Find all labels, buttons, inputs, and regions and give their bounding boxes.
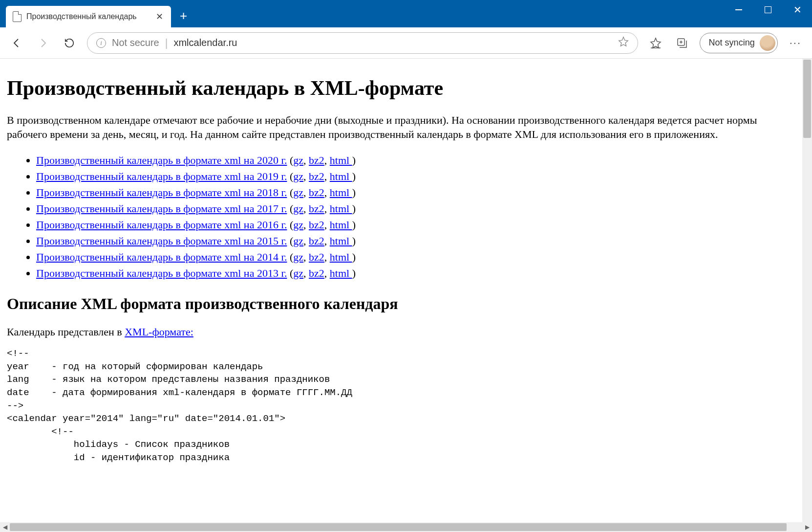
bz2-link-2018[interactable]: bz2 <box>309 186 324 199</box>
gz-link-2020[interactable]: gz <box>293 154 303 166</box>
download-list: Производственный календарь в формате xml… <box>7 152 795 281</box>
html-link-2019[interactable]: html <box>330 170 352 182</box>
close-tab-icon[interactable]: ✕ <box>155 10 164 23</box>
gz-link-2018[interactable]: gz <box>293 186 303 199</box>
html-link-2015[interactable]: html <box>330 235 352 247</box>
code-block: <!-- year - год на который сформирован к… <box>7 347 795 464</box>
security-label: Not secure <box>112 37 159 48</box>
gz-link-2019[interactable]: gz <box>293 170 303 182</box>
avatar <box>760 35 775 51</box>
page-content: Производственный календарь в XML-формате… <box>0 59 802 522</box>
refresh-button[interactable] <box>61 34 78 52</box>
separator: | <box>165 37 168 49</box>
html-link-2013[interactable]: html <box>330 267 352 279</box>
horizontal-scrollbar[interactable]: ◀ ▶ <box>0 522 812 532</box>
toolbar: i Not secure | xmlcalendar.ru Not syncin… <box>0 27 812 59</box>
titlebar: Производственный календарь ✕ + ✕ <box>0 0 812 27</box>
page-icon <box>13 11 21 22</box>
maximize-button[interactable] <box>753 0 783 20</box>
bz2-link-2016[interactable]: bz2 <box>309 219 324 231</box>
window-controls: ✕ <box>724 0 812 27</box>
intro-paragraph: В производственном календаре отмечают вс… <box>7 113 795 141</box>
list-item: Производственный календарь в формате xml… <box>36 217 795 233</box>
gz-link-2017[interactable]: gz <box>293 202 303 215</box>
section-heading: Описание XML формата производственного к… <box>7 295 795 313</box>
html-link-2020[interactable]: html <box>330 154 352 166</box>
tab-strip: Производственный календарь ✕ + <box>0 6 724 27</box>
bz2-link-2017[interactable]: bz2 <box>309 202 324 215</box>
xml-link-2020[interactable]: Производственный календарь в формате xml… <box>36 154 287 166</box>
list-item: Производственный календарь в формате xml… <box>36 200 795 217</box>
gz-link-2014[interactable]: gz <box>293 251 303 263</box>
html-link-2014[interactable]: html <box>330 251 352 263</box>
bz2-link-2013[interactable]: bz2 <box>309 267 324 279</box>
scroll-right-icon[interactable]: ▶ <box>802 522 812 532</box>
site-info-icon[interactable]: i <box>96 38 106 48</box>
minimize-button[interactable] <box>724 0 753 20</box>
vertical-scrollbar[interactable] <box>802 59 812 522</box>
new-tab-button[interactable]: + <box>171 8 196 27</box>
gz-link-2015[interactable]: gz <box>293 235 303 247</box>
xml-link-2017[interactable]: Производственный календарь в формате xml… <box>36 202 287 215</box>
format-paragraph: Календарь представлен в XML-формате: <box>7 326 795 338</box>
xml-format-link[interactable]: XML-формате: <box>125 326 193 338</box>
list-item: Производственный календарь в формате xml… <box>36 184 795 200</box>
collections-icon[interactable] <box>673 34 691 52</box>
address-bar[interactable]: i Not secure | xmlcalendar.ru <box>87 32 638 54</box>
list-item: Производственный календарь в формате xml… <box>36 249 795 265</box>
bz2-link-2019[interactable]: bz2 <box>309 170 324 182</box>
list-item: Производственный календарь в формате xml… <box>36 265 795 281</box>
gz-link-2016[interactable]: gz <box>293 219 303 231</box>
favorite-star-icon[interactable] <box>618 36 629 49</box>
scroll-left-icon[interactable]: ◀ <box>0 522 10 532</box>
viewport: Производственный календарь в XML-формате… <box>0 59 812 532</box>
tab-title: Производственный календарь <box>26 12 150 21</box>
list-item: Производственный календарь в формате xml… <box>36 233 795 249</box>
window-close-button[interactable]: ✕ <box>783 0 812 20</box>
gz-link-2013[interactable]: gz <box>293 267 303 279</box>
bz2-link-2020[interactable]: bz2 <box>309 154 324 166</box>
xml-link-2019[interactable]: Производственный календарь в формате xml… <box>36 170 287 182</box>
xml-link-2018[interactable]: Производственный календарь в формате xml… <box>36 186 287 199</box>
horizontal-scroll-thumb[interactable] <box>10 523 787 531</box>
back-button[interactable] <box>8 34 25 52</box>
list-item: Производственный календарь в формате xml… <box>36 168 795 184</box>
html-link-2017[interactable]: html <box>330 202 352 215</box>
bz2-link-2014[interactable]: bz2 <box>309 251 324 263</box>
favorites-icon[interactable] <box>647 34 664 52</box>
page-title: Производственный календарь в XML-формате <box>7 76 795 100</box>
vertical-scroll-thumb[interactable] <box>803 60 811 138</box>
horizontal-track[interactable] <box>10 522 802 532</box>
xml-link-2014[interactable]: Производственный календарь в формате xml… <box>36 251 287 263</box>
xml-link-2015[interactable]: Производственный календарь в формате xml… <box>36 235 287 247</box>
xml-link-2013[interactable]: Производственный календарь в формате xml… <box>36 267 287 279</box>
sync-label: Not syncing <box>709 38 755 48</box>
html-link-2016[interactable]: html <box>330 219 352 231</box>
bz2-link-2015[interactable]: bz2 <box>309 235 324 247</box>
forward-button[interactable] <box>34 34 52 52</box>
xml-link-2016[interactable]: Производственный календарь в формате xml… <box>36 219 287 231</box>
url-text: xmlcalendar.ru <box>173 37 612 48</box>
format-prefix: Календарь представлен в <box>7 326 125 338</box>
profile-sync-button[interactable]: Not syncing <box>700 33 778 53</box>
browser-tab[interactable]: Производственный календарь ✕ <box>6 6 171 27</box>
more-menu-button[interactable]: ··· <box>787 37 804 49</box>
list-item: Производственный календарь в формате xml… <box>36 152 795 168</box>
html-link-2018[interactable]: html <box>330 186 352 199</box>
